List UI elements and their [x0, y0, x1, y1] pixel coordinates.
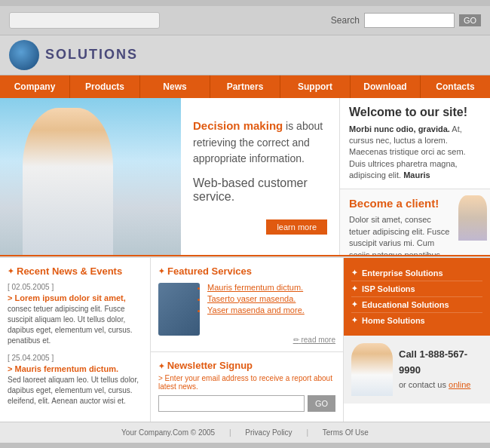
- footer-terms-link[interactable]: Terms Of Use: [323, 428, 369, 437]
- become-person-image: [458, 195, 487, 241]
- featured-title: ✦ Featured Services: [158, 265, 335, 277]
- learn-more-button[interactable]: learn more: [266, 219, 327, 235]
- hero-text-area: Decision making is about retrieving the …: [181, 98, 339, 255]
- read-more-link[interactable]: ✏ read more: [158, 336, 335, 344]
- email-row: GO: [158, 395, 335, 412]
- sol-star-4: ✦: [351, 316, 357, 324]
- solution-label-2: ISP Solutions: [362, 284, 415, 293]
- service-image: [158, 283, 200, 336]
- nav-item-support[interactable]: Support: [280, 75, 351, 98]
- newsletter-title: ✦ Newsletter Signup: [158, 360, 335, 371]
- news-headline-2[interactable]: > Mauris fermentum dictum.: [8, 364, 142, 373]
- url-bar[interactable]: [9, 12, 160, 29]
- hero-section: Decision making is about retrieving the …: [0, 98, 490, 256]
- logo-area: [9, 12, 160, 29]
- service-link-1[interactable]: Mauris fermentum dictum.: [207, 283, 303, 292]
- welcome-box: Welcome to our site! Morbi nunc odio, gr…: [340, 98, 490, 190]
- news-text-1: consec tetuer adipiscing elit. Fusce sus…: [8, 304, 142, 346]
- call-contact-text: or contact us online: [399, 379, 482, 392]
- newsletter-star-icon: ✦: [158, 362, 164, 370]
- welcome-text-bold: Morbi nunc odio, gravida.: [349, 124, 450, 133]
- solution-label-4: Home Solutions: [362, 316, 425, 325]
- bottom-section: ✦ Recent News & Events [ 02.05.2005 ] > …: [0, 256, 490, 422]
- right-column: ✦ Enterprise Solutions ✦ ISP Solutions ✦…: [343, 256, 490, 422]
- footer-copyright: Your Company.Com © 2005: [121, 428, 215, 437]
- solution-item-4[interactable]: ✦ Home Solutions: [351, 313, 482, 328]
- welcome-text-end: Mauris: [403, 170, 430, 180]
- go-button[interactable]: GO: [459, 14, 481, 26]
- news-date-2: [ 25.04.2005 ]: [8, 354, 142, 362]
- sol-star-2: ✦: [351, 284, 357, 293]
- nav-bar: Company Products News Partners Support D…: [0, 75, 490, 98]
- featured-star-icon: ✦: [158, 267, 164, 275]
- newsletter-description: > Enter your email address to receive a …: [158, 374, 335, 391]
- solution-label-3: Educational Solutions: [362, 300, 449, 309]
- news-text-2: Sed laoreet aliquam leo. Ut tellus dolor…: [8, 375, 142, 407]
- sol-star-1: ✦: [351, 268, 357, 277]
- logo-bar: SOLUTIONS: [0, 35, 490, 75]
- become-box: Become a client! Dolor sit amet, consec …: [340, 189, 490, 256]
- call-info: Call 1-888-567-9990 or contact us online: [399, 347, 482, 391]
- nav-item-contacts[interactable]: Contacts: [421, 75, 490, 98]
- news-headline-1[interactable]: > Lorem ipsum dolor sit amet,: [8, 293, 142, 302]
- call-person-image: [351, 343, 393, 396]
- header: Search GO: [0, 6, 490, 35]
- featured-services: ✦ Featured Services Mauris fermentum dic…: [151, 258, 343, 352]
- solution-item-3[interactable]: ✦ Educational Solutions: [351, 297, 482, 313]
- newsletter-go-button[interactable]: GO: [308, 395, 335, 412]
- solution-item-2[interactable]: ✦ ISP Solutions: [351, 281, 482, 297]
- call-online-link[interactable]: online: [449, 380, 470, 389]
- divider-2: |: [306, 428, 310, 437]
- logo-icon: [9, 40, 39, 70]
- welcome-title: Welcome to our site!: [349, 106, 481, 119]
- email-input[interactable]: [158, 395, 305, 412]
- hero-tagline: Decision making is about retrieving the …: [193, 118, 327, 167]
- nav-item-news[interactable]: News: [140, 75, 210, 98]
- call-box: Call 1-888-567-9990 or contact us online: [344, 336, 490, 404]
- nav-item-products[interactable]: Products: [70, 75, 140, 98]
- footer: Your Company.Com © 2005 | Privacy Policy…: [0, 422, 490, 443]
- featured-title-text: Featured Services: [167, 265, 252, 277]
- hero-right-panel: Welcome to our site! Morbi nunc odio, gr…: [339, 98, 490, 255]
- read-more-text: read more: [301, 336, 335, 344]
- page-wrapper: Search GO SOLUTIONS Company Products New…: [0, 6, 490, 443]
- service-link-2[interactable]: Taserto yaser masenda.: [207, 294, 296, 303]
- newsletter-title-text: Newsletter Signup: [167, 360, 253, 371]
- news-date-1: [ 02.05.2005 ]: [8, 283, 142, 291]
- hero-person-image: [23, 108, 113, 255]
- news-section-title: ✦ Recent News & Events: [8, 265, 142, 277]
- sol-star-3: ✦: [351, 300, 357, 308]
- nav-item-partners[interactable]: Partners: [210, 75, 280, 98]
- news-star-icon: ✦: [8, 267, 14, 275]
- news-item-1: [ 02.05.2005 ] > Lorem ipsum dolor sit a…: [8, 283, 142, 346]
- news-title-text: Recent News & Events: [17, 265, 122, 277]
- solution-item-1[interactable]: ✦ Enterprise Solutions: [351, 265, 482, 281]
- middle-column: ✦ Featured Services Mauris fermentum dic…: [151, 256, 343, 422]
- hero-service-text: Web-based customer service.: [193, 176, 327, 204]
- service-link-3[interactable]: Yaser masenda and more.: [207, 305, 305, 315]
- search-area: Search GO: [331, 13, 481, 28]
- solution-label-1: Enterprise Solutions: [362, 268, 443, 278]
- nav-item-download[interactable]: Download: [351, 75, 421, 98]
- nav-item-company[interactable]: Company: [0, 75, 70, 98]
- solutions-box: ✦ Enterprise Solutions ✦ ISP Solutions ✦…: [344, 258, 490, 336]
- pencil-icon: ✏: [293, 336, 299, 344]
- call-or-text: or contact us: [399, 380, 446, 389]
- divider-1: |: [229, 428, 233, 437]
- footer-privacy-link[interactable]: Privacy Policy: [245, 428, 292, 437]
- hero-image: [0, 98, 181, 255]
- search-input[interactable]: [364, 13, 455, 28]
- newsletter-section: ✦ Newsletter Signup > Enter your email a…: [151, 352, 343, 419]
- logo-text: SOLUTIONS: [45, 47, 138, 63]
- hero-service: Web-based customer service.: [193, 176, 308, 203]
- news-item-2: [ 25.04.2005 ] > Mauris fermentum dictum…: [8, 354, 142, 407]
- search-label: Search: [331, 15, 360, 26]
- hero-tagline-bold: Decision making: [193, 119, 283, 132]
- newsletter-desc-link: > Enter your email address to receive a …: [158, 374, 332, 391]
- news-column: ✦ Recent News & Events [ 02.05.2005 ] > …: [0, 256, 151, 422]
- call-number: Call 1-888-567-9990: [399, 347, 482, 379]
- welcome-text: Morbi nunc odio, gravida. At, cursus nec…: [349, 124, 481, 182]
